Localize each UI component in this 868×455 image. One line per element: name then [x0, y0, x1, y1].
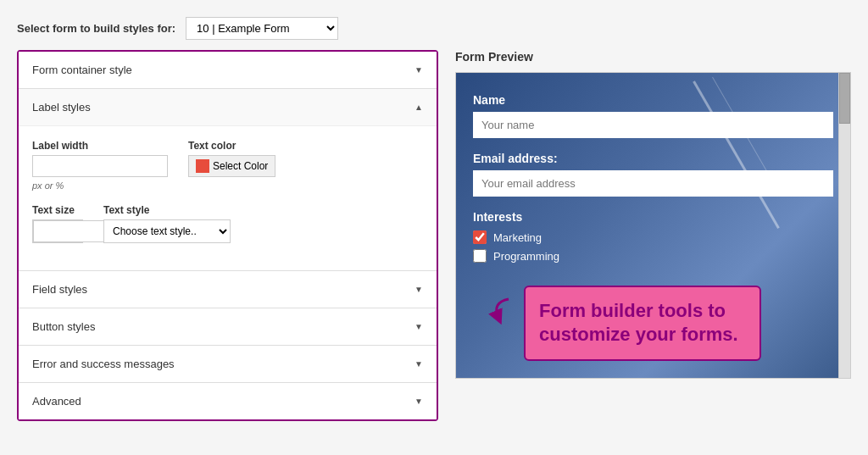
color-swatch	[196, 159, 209, 173]
accordion-header-label-styles[interactable]: Label styles ▲	[19, 89, 437, 125]
tooltip-box: Form builder tools to customize your for…	[524, 286, 761, 361]
interests-group: Interests Marketing Programming	[473, 210, 833, 263]
checkbox-marketing-label: Marketing	[493, 231, 542, 244]
email-label: Email address:	[473, 152, 833, 165]
accordion-header-advanced[interactable]: Advanced ▼	[19, 383, 437, 419]
text-style-label: Text style	[103, 204, 231, 216]
form-select-label: Select form to build styles for:	[17, 22, 175, 35]
accordion-advanced: Advanced ▼	[19, 383, 437, 419]
checkbox-programming-input[interactable]	[473, 249, 487, 263]
accordion-arrow-label-styles: ▲	[415, 103, 423, 112]
email-field-group: Email address:	[473, 152, 833, 197]
name-field-group: Name	[473, 93, 833, 138]
preview-title: Form Preview	[455, 50, 851, 64]
accordion-arrow-form-container: ▼	[415, 65, 423, 75]
name-label: Name	[473, 93, 833, 107]
tooltip-wrapper: Form builder tools to customize your for…	[507, 286, 761, 361]
label-width-input[interactable]	[32, 155, 168, 177]
accordion-header-error-success[interactable]: Error and success messages ▼	[19, 346, 437, 382]
accordion-form-container: Form container style ▼	[19, 52, 437, 89]
label-width-group: Label width px or %	[32, 140, 168, 191]
accordion-button-styles: Button styles ▼	[19, 308, 437, 346]
preview-box: Name Email address: Interests Marketing	[455, 72, 851, 379]
text-size-label: Text size	[32, 204, 83, 216]
accordion-arrow-error-success: ▼	[415, 359, 423, 369]
accordion-field-styles: Field styles ▼	[19, 271, 437, 308]
text-color-group: Text color Select Color	[188, 140, 275, 191]
text-size-group: Text size ▲ ▼	[32, 204, 83, 243]
text-style-group: Text style Choose text style..	[103, 204, 231, 243]
checkbox-marketing: Marketing	[473, 230, 833, 244]
accordion-error-success: Error and success messages ▼	[19, 346, 437, 383]
interests-label: Interests	[473, 210, 833, 224]
accordion-label-field-styles: Field styles	[32, 283, 87, 296]
accordion-header-field-styles[interactable]: Field styles ▼	[19, 271, 437, 308]
checkbox-marketing-input[interactable]	[473, 230, 487, 244]
page-wrapper: Select form to build styles for: 10 | Ex…	[17, 17, 851, 421]
label-width-hint: px or %	[32, 180, 168, 191]
label-styles-row2: Text size ▲ ▼ Text style	[32, 204, 423, 243]
tooltip-arrow-icon	[483, 294, 514, 325]
accordion-label-button-styles: Button styles	[32, 320, 95, 333]
left-panel: Form container style ▼ Label styles ▲ La…	[17, 50, 438, 421]
accordion-arrow-button-styles: ▼	[415, 322, 423, 331]
label-styles-row1: Label width px or % Text color Select Co…	[32, 140, 423, 191]
text-style-select[interactable]: Choose text style..	[103, 219, 231, 243]
right-panel: Form Preview Name Email address:	[455, 50, 851, 379]
preview-inner: Name Email address: Interests Marketing	[456, 73, 850, 378]
scrollbar[interactable]	[838, 73, 850, 378]
accordion-arrow-field-styles: ▼	[415, 285, 423, 294]
accordion-label-label-styles: Label styles	[32, 101, 91, 114]
form-select[interactable]: 10 | Example Form	[186, 17, 338, 40]
select-color-label: Select Color	[213, 160, 268, 172]
accordion-header-form-container[interactable]: Form container style ▼	[19, 52, 437, 88]
checkbox-programming-label: Programming	[493, 250, 559, 263]
select-color-button[interactable]: Select Color	[188, 155, 275, 177]
name-input[interactable]	[473, 112, 833, 138]
tooltip-text: Form builder tools to customize your for…	[539, 300, 738, 346]
checkbox-programming: Programming	[473, 249, 833, 263]
accordion-label-styles: Label styles ▲ Label width px or % Text …	[19, 89, 437, 271]
email-input[interactable]	[473, 170, 833, 197]
text-size-spinner: ▲ ▼	[32, 219, 83, 243]
top-bar: Select form to build styles for: 10 | Ex…	[17, 17, 851, 40]
main-content: Form container style ▼ Label styles ▲ La…	[17, 50, 851, 421]
accordion-label-form-container: Form container style	[32, 64, 132, 76]
text-color-label: Text color	[188, 140, 275, 152]
accordion-header-button-styles[interactable]: Button styles ▼	[19, 308, 437, 345]
accordion-label-advanced: Advanced	[32, 395, 81, 408]
label-width-label: Label width	[32, 140, 168, 152]
accordion-content-label-styles: Label width px or % Text color Select Co…	[19, 125, 437, 270]
accordion-arrow-advanced: ▼	[415, 397, 423, 406]
scrollbar-thumb[interactable]	[839, 73, 850, 124]
accordion-label-error-success: Error and success messages	[32, 358, 175, 370]
